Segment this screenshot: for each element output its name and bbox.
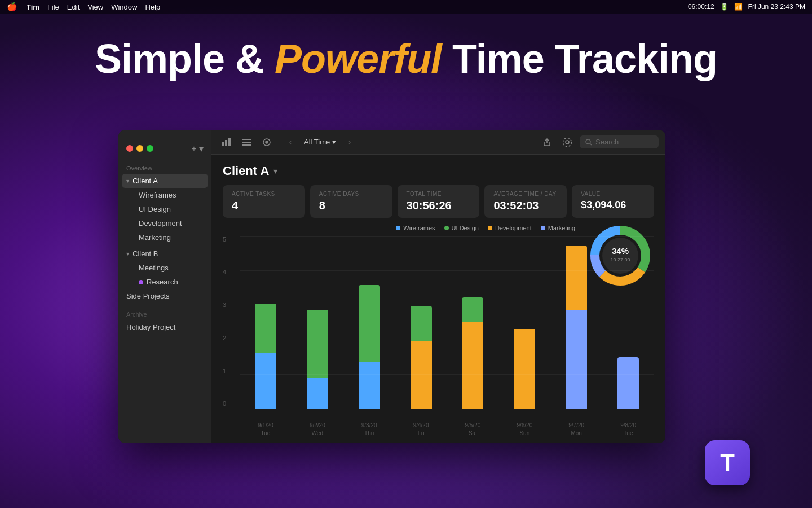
sidebar-item-ui-design[interactable]: UI Design (118, 202, 211, 216)
add-button[interactable]: + ▾ (191, 143, 204, 154)
stat-avg-time: AVERAGE TIME / DAY 03:52:03 (484, 185, 567, 218)
bar-chart: 0 1 2 3 4 5 (223, 236, 654, 421)
minimize-button[interactable] (136, 145, 143, 152)
bar-segment (462, 297, 483, 322)
svg-rect-2 (228, 138, 231, 146)
chart-area: 34% 10:27:00 Wireframes UI Design Develo… (211, 225, 665, 443)
x-label-5: 9/6/20Sun (498, 422, 550, 437)
bar-segment (359, 362, 380, 409)
tim-icon-letter: T (720, 449, 735, 476)
menu-help[interactable]: Help (145, 3, 160, 11)
sidebar-item-research[interactable]: Research (118, 275, 211, 289)
menu-file[interactable]: File (47, 3, 59, 11)
bar-segment (566, 246, 587, 310)
traffic-lights (126, 145, 153, 152)
stop-icon[interactable] (259, 134, 275, 150)
active-days-label: ACTIVE DAYS (319, 191, 383, 197)
sidebar-item-side-projects[interactable]: Side Projects (118, 289, 211, 303)
x-label-7: 9/8/20Tue (602, 422, 654, 437)
bar-segment (462, 322, 483, 409)
y-label-5: 5 (223, 236, 226, 243)
active-tasks-value: 4 (232, 199, 296, 212)
headline-powerful: Powerful (275, 36, 442, 81)
search-placeholder: Search (595, 138, 619, 146)
sidebar: + ▾ Overview ▾ Client A Wireframes UI De… (118, 130, 211, 443)
meetings-label: Meetings (139, 264, 169, 272)
svg-point-8 (566, 141, 569, 144)
holiday-project-label: Holiday Project (126, 323, 175, 331)
menu-time: 06:00:12 (688, 3, 714, 11)
menu-view[interactable]: View (87, 3, 103, 11)
menu-app-name[interactable]: Tim (27, 3, 39, 11)
app-window: + ▾ Overview ▾ Client A Wireframes UI De… (118, 130, 665, 443)
research-dot (139, 280, 143, 284)
next-button[interactable]: › (343, 135, 356, 149)
time-range-label: All Time (304, 138, 330, 146)
x-label-3: 9/4/20Fri (395, 422, 447, 437)
sidebar-item-meetings[interactable]: Meetings (118, 261, 211, 275)
active-days-value: 8 (319, 199, 383, 212)
legend-wireframes: Wireframes (396, 225, 435, 231)
bar-col-4 (447, 236, 499, 409)
development-legend-dot (488, 226, 492, 230)
headline-text: Simple & Powerful Time Tracking (0, 37, 812, 81)
svg-line-11 (590, 143, 592, 145)
search-icon (585, 139, 592, 146)
archive-label: Archive (118, 303, 211, 320)
toolbar-right: Search (539, 134, 659, 150)
time-range-button[interactable]: All Time ▾ (299, 135, 341, 148)
legend-ui-design: UI Design (444, 225, 479, 231)
close-button[interactable] (126, 145, 133, 152)
stat-active-tasks: ACTIVE TASKS 4 (223, 185, 305, 218)
ui-design-legend-label: UI Design (452, 225, 479, 231)
client-chevron-icon[interactable]: ▾ (273, 167, 277, 176)
menu-wifi-icon: 📶 (734, 3, 743, 11)
legend-development: Development (488, 225, 532, 231)
svg-rect-0 (222, 142, 224, 146)
development-label: Development (139, 219, 182, 227)
wireframes-legend-dot (396, 226, 400, 230)
wireframes-label: Wireframes (139, 191, 176, 199)
sidebar-item-marketing[interactable]: Marketing (118, 230, 211, 244)
marketing-legend-dot (541, 226, 545, 230)
sidebar-item-client-b[interactable]: ▾ Client B (118, 247, 211, 261)
side-projects-label: Side Projects (126, 292, 170, 300)
menu-right: 06:00:12 🔋 📶 Fri Jun 23 2:43 PM (688, 3, 805, 11)
research-label: Research (147, 278, 178, 286)
sidebar-item-holiday-project[interactable]: Holiday Project (118, 320, 211, 334)
menu-items: Tim File Edit View Window Help (27, 3, 160, 11)
x-label-4: 9/5/20Sat (447, 422, 499, 437)
prev-button[interactable]: ‹ (284, 135, 297, 149)
legend-marketing: Marketing (541, 225, 575, 231)
client-header: Client A ▾ (211, 155, 665, 185)
menu-edit[interactable]: Edit (67, 3, 80, 11)
search-bar[interactable]: Search (580, 135, 659, 148)
toolbar: ‹ All Time ▾ › Search (211, 130, 665, 155)
stat-active-days: ACTIVE DAYS 8 (310, 185, 392, 218)
title-bar: + ▾ (118, 137, 211, 160)
sidebar-item-client-a[interactable]: ▾ Client A (122, 174, 208, 188)
share-icon[interactable] (539, 134, 555, 150)
svg-rect-5 (242, 144, 251, 146)
svg-point-9 (563, 138, 572, 146)
list-icon[interactable] (239, 134, 254, 150)
bar-chart-icon[interactable] (218, 134, 234, 150)
x-label-6: 9/7/20Mon (550, 422, 602, 437)
ui-design-legend-dot (444, 226, 449, 230)
menu-window[interactable]: Window (111, 3, 137, 11)
bars-group (240, 236, 654, 421)
fullscreen-button[interactable] (147, 145, 153, 152)
headline: Simple & Powerful Time Tracking (0, 37, 812, 81)
stat-value: VALUE $3,094.06 (572, 185, 654, 218)
bar-segment (307, 378, 328, 409)
tim-app-icon[interactable]: T (705, 440, 750, 485)
svg-rect-4 (242, 142, 251, 143)
bar-segment (617, 357, 639, 409)
bar-col-5 (498, 236, 550, 409)
apple-menu[interactable]: 🍎 (7, 2, 17, 12)
y-label-4: 4 (223, 269, 226, 275)
sidebar-item-wireframes[interactable]: Wireframes (118, 188, 211, 202)
sidebar-item-development[interactable]: Development (118, 216, 211, 230)
overview-label: Overview (118, 160, 211, 174)
settings-icon[interactable] (559, 134, 575, 150)
